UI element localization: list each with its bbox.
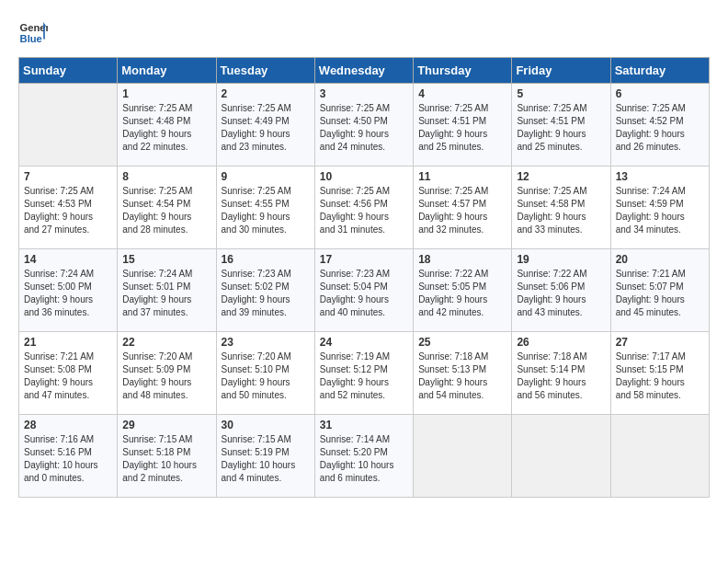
calendar-cell: 29Sunrise: 7:15 AM Sunset: 5:18 PM Dayli… (118, 415, 216, 498)
cell-content: Sunrise: 7:15 AM Sunset: 5:18 PM Dayligh… (122, 433, 210, 485)
calendar-cell: 16Sunrise: 7:23 AM Sunset: 5:02 PM Dayli… (216, 249, 314, 332)
cell-content: Sunrise: 7:24 AM Sunset: 4:59 PM Dayligh… (616, 185, 704, 236)
cell-content: Sunrise: 7:21 AM Sunset: 5:07 PM Dayligh… (616, 268, 704, 319)
calendar-cell: 7Sunrise: 7:25 AM Sunset: 4:53 PM Daylig… (19, 167, 118, 249)
cell-content: Sunrise: 7:23 AM Sunset: 5:02 PM Dayligh… (222, 268, 310, 319)
calendar-cell: 22Sunrise: 7:20 AM Sunset: 5:09 PM Dayli… (118, 332, 216, 415)
calendar-cell: 17Sunrise: 7:23 AM Sunset: 5:04 PM Dayli… (314, 249, 413, 332)
calendar-cell: 13Sunrise: 7:24 AM Sunset: 4:59 PM Dayli… (610, 167, 709, 249)
calendar-cell: 23Sunrise: 7:20 AM Sunset: 5:10 PM Dayli… (216, 332, 314, 415)
week-row-4: 28Sunrise: 7:16 AM Sunset: 5:16 PM Dayli… (19, 415, 710, 498)
calendar-cell: 28Sunrise: 7:16 AM Sunset: 5:16 PM Dayli… (19, 415, 118, 498)
day-number: 7 (24, 170, 112, 183)
calendar-cell: 19Sunrise: 7:22 AM Sunset: 5:06 PM Dayli… (512, 249, 610, 332)
week-row-1: 7Sunrise: 7:25 AM Sunset: 4:53 PM Daylig… (19, 167, 710, 249)
header-saturday: Saturday (610, 58, 709, 84)
cell-content: Sunrise: 7:25 AM Sunset: 4:53 PM Dayligh… (24, 185, 112, 236)
cell-content: Sunrise: 7:17 AM Sunset: 5:15 PM Dayligh… (616, 350, 704, 402)
cell-content: Sunrise: 7:18 AM Sunset: 5:13 PM Dayligh… (418, 350, 506, 402)
page-header: General Blue (18, 18, 710, 48)
calendar-cell: 24Sunrise: 7:19 AM Sunset: 5:12 PM Dayli… (314, 332, 413, 415)
calendar-cell: 21Sunrise: 7:21 AM Sunset: 5:08 PM Dayli… (19, 332, 118, 415)
calendar-cell (414, 415, 512, 498)
calendar-cell (19, 84, 118, 167)
day-number: 20 (616, 253, 704, 266)
calendar-cell: 12Sunrise: 7:25 AM Sunset: 4:58 PM Dayli… (512, 167, 610, 249)
day-number: 11 (418, 170, 506, 183)
day-number: 19 (517, 253, 605, 266)
cell-content: Sunrise: 7:23 AM Sunset: 5:04 PM Dayligh… (320, 268, 408, 319)
cell-content: Sunrise: 7:25 AM Sunset: 4:51 PM Dayligh… (517, 102, 605, 154)
calendar-cell: 10Sunrise: 7:25 AM Sunset: 4:56 PM Dayli… (314, 167, 413, 249)
day-number: 26 (517, 336, 605, 349)
calendar-cell: 25Sunrise: 7:18 AM Sunset: 5:13 PM Dayli… (414, 332, 512, 415)
day-number: 5 (517, 87, 605, 100)
cell-content: Sunrise: 7:15 AM Sunset: 5:19 PM Dayligh… (222, 433, 310, 485)
day-number: 16 (222, 253, 310, 266)
day-number: 1 (122, 87, 210, 100)
cell-content: Sunrise: 7:20 AM Sunset: 5:10 PM Dayligh… (222, 350, 310, 402)
cell-content: Sunrise: 7:22 AM Sunset: 5:06 PM Dayligh… (517, 268, 605, 319)
cell-content: Sunrise: 7:22 AM Sunset: 5:05 PM Dayligh… (418, 268, 506, 319)
day-number: 29 (122, 419, 210, 431)
header-wednesday: Wednesday (314, 58, 413, 84)
calendar-cell: 20Sunrise: 7:21 AM Sunset: 5:07 PM Dayli… (610, 249, 709, 332)
cell-content: Sunrise: 7:25 AM Sunset: 4:50 PM Dayligh… (320, 102, 408, 154)
day-number: 30 (222, 419, 310, 431)
cell-content: Sunrise: 7:25 AM Sunset: 4:56 PM Dayligh… (320, 185, 408, 236)
cell-content: Sunrise: 7:24 AM Sunset: 5:00 PM Dayligh… (24, 268, 112, 319)
svg-text:Blue: Blue (20, 33, 42, 44)
cell-content: Sunrise: 7:25 AM Sunset: 4:48 PM Dayligh… (122, 102, 210, 154)
day-number: 17 (320, 253, 408, 266)
logo: General Blue (18, 18, 51, 48)
day-number: 8 (122, 170, 210, 183)
week-row-0: 1Sunrise: 7:25 AM Sunset: 4:48 PM Daylig… (19, 84, 710, 167)
day-number: 15 (122, 253, 210, 266)
calendar-cell: 11Sunrise: 7:25 AM Sunset: 4:57 PM Dayli… (414, 167, 512, 249)
week-row-3: 21Sunrise: 7:21 AM Sunset: 5:08 PM Dayli… (19, 332, 710, 415)
day-number: 18 (418, 253, 506, 266)
day-number: 21 (24, 336, 112, 349)
cell-content: Sunrise: 7:21 AM Sunset: 5:08 PM Dayligh… (24, 350, 112, 402)
day-number: 25 (418, 336, 506, 349)
header-thursday: Thursday (414, 58, 512, 84)
day-number: 27 (616, 336, 704, 349)
header-monday: Monday (118, 58, 216, 84)
cell-content: Sunrise: 7:14 AM Sunset: 5:20 PM Dayligh… (320, 433, 408, 485)
day-number: 9 (222, 170, 310, 183)
calendar-cell: 14Sunrise: 7:24 AM Sunset: 5:00 PM Dayli… (19, 249, 118, 332)
cell-content: Sunrise: 7:19 AM Sunset: 5:12 PM Dayligh… (320, 350, 408, 402)
calendar-cell: 3Sunrise: 7:25 AM Sunset: 4:50 PM Daylig… (314, 84, 413, 167)
cell-content: Sunrise: 7:20 AM Sunset: 5:09 PM Dayligh… (122, 350, 210, 402)
cell-content: Sunrise: 7:25 AM Sunset: 4:58 PM Dayligh… (517, 185, 605, 236)
calendar-cell: 8Sunrise: 7:25 AM Sunset: 4:54 PM Daylig… (118, 167, 216, 249)
calendar-cell: 6Sunrise: 7:25 AM Sunset: 4:52 PM Daylig… (610, 84, 709, 167)
day-number: 28 (24, 419, 112, 431)
day-number: 14 (24, 253, 112, 266)
day-number: 24 (320, 336, 408, 349)
day-number: 31 (320, 419, 408, 431)
cell-content: Sunrise: 7:25 AM Sunset: 4:57 PM Dayligh… (418, 185, 506, 236)
cell-content: Sunrise: 7:18 AM Sunset: 5:14 PM Dayligh… (517, 350, 605, 402)
calendar-cell: 27Sunrise: 7:17 AM Sunset: 5:15 PM Dayli… (610, 332, 709, 415)
day-number: 2 (222, 87, 310, 100)
calendar-cell: 5Sunrise: 7:25 AM Sunset: 4:51 PM Daylig… (512, 84, 610, 167)
day-number: 13 (616, 170, 704, 183)
calendar-cell: 30Sunrise: 7:15 AM Sunset: 5:19 PM Dayli… (216, 415, 314, 498)
calendar-cell (512, 415, 610, 498)
calendar-cell: 2Sunrise: 7:25 AM Sunset: 4:49 PM Daylig… (216, 84, 314, 167)
calendar-cell: 9Sunrise: 7:25 AM Sunset: 4:55 PM Daylig… (216, 167, 314, 249)
calendar-cell: 18Sunrise: 7:22 AM Sunset: 5:05 PM Dayli… (414, 249, 512, 332)
cell-content: Sunrise: 7:16 AM Sunset: 5:16 PM Dayligh… (24, 433, 112, 485)
calendar-table: SundayMondayTuesdayWednesdayThursdayFrid… (18, 57, 710, 498)
header-sunday: Sunday (19, 58, 118, 84)
calendar-cell: 26Sunrise: 7:18 AM Sunset: 5:14 PM Dayli… (512, 332, 610, 415)
day-number: 23 (222, 336, 310, 349)
day-number: 22 (122, 336, 210, 349)
logo-icon: General Blue (18, 18, 48, 48)
cell-content: Sunrise: 7:25 AM Sunset: 4:54 PM Dayligh… (122, 185, 210, 236)
day-number: 3 (320, 87, 408, 100)
calendar-cell (610, 415, 709, 498)
day-number: 12 (517, 170, 605, 183)
calendar-cell: 1Sunrise: 7:25 AM Sunset: 4:48 PM Daylig… (118, 84, 216, 167)
